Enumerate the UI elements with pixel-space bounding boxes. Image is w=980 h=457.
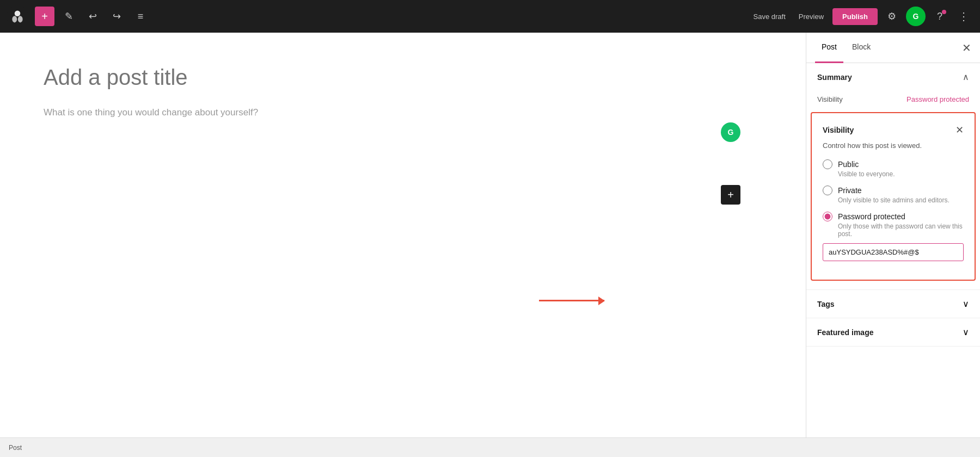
editor-area: What is one thing you would change about… [0,33,806,437]
topbar: + ✎ ↩ ↪ ≡ Save draft Preview Publish ⚙ G… [0,0,980,33]
more-options-button[interactable]: ⋮ [954,7,973,26]
popup-header: Visibility ✕ [823,124,964,136]
svg-point-1 [12,16,17,22]
sidebar-tabs: Post Block ✕ [806,33,980,63]
add-block-inline-button[interactable]: + [721,185,740,205]
topbar-right-actions: Save draft Preview Publish ⚙ G ? ⋮ [749,7,973,26]
undo-icon: ↩ [89,10,97,22]
public-label: Public [838,160,859,169]
public-desc: Visible to everyone. [838,170,964,178]
grammarly-icon[interactable]: G [721,122,740,142]
featured-image-section-header[interactable]: Featured image ∨ [806,318,980,346]
featured-image-section: Featured image ∨ [806,318,980,347]
performance-icon: G [913,12,919,21]
visibility-option-password: Password protected Only those with the p… [823,212,964,261]
public-radio[interactable] [823,159,832,169]
preview-button[interactable]: Preview [794,9,828,24]
visibility-option-public: Public Visible to everyone. [823,159,964,178]
visibility-value-button[interactable]: Password protected [906,95,969,103]
password-input[interactable] [823,243,964,261]
performance-button[interactable]: G [906,7,926,26]
tab-block[interactable]: Block [846,33,877,63]
popup-description: Control how this post is viewed. [823,141,964,150]
private-radio[interactable] [823,186,832,195]
sidebar-close-button[interactable]: ✕ [962,41,971,54]
password-label: Password protected [838,212,905,221]
tags-section: Tags ∨ [806,290,980,318]
save-draft-button[interactable]: Save draft [749,9,790,24]
post-content-text: What is one thing you would change about… [44,107,457,118]
status-bar: Post [0,437,980,457]
arrow-annotation [539,294,604,304]
settings-button[interactable]: ⚙ [882,7,902,26]
svg-point-2 [18,16,23,22]
arrow-line [539,300,604,301]
gear-icon: ⚙ [887,10,896,22]
post-title-input[interactable] [44,65,457,90]
add-block-button[interactable]: + [35,7,54,26]
private-label: Private [838,186,862,195]
status-text: Post [9,444,22,452]
publish-button[interactable]: Publish [832,8,878,25]
private-desc: Only visible to site admins and editors. [838,196,964,204]
tags-toggle-icon: ∨ [963,299,969,309]
right-sidebar: Post Block ✕ Summary ∧ Visibility Passwo… [806,33,980,437]
featured-image-toggle-icon: ∨ [963,327,969,337]
password-radio[interactable] [823,212,832,221]
list-view-button[interactable]: ≡ [131,7,150,26]
redo-button[interactable]: ↪ [107,7,126,26]
tags-section-header[interactable]: Tags ∨ [806,290,980,318]
edit-icon-button[interactable]: ✎ [59,7,78,26]
summary-section-header[interactable]: Summary ∧ [806,63,980,91]
summary-title: Summary [817,73,852,82]
undo-button[interactable]: ↩ [83,7,102,26]
summary-section: Summary ∧ Visibility Password protected … [806,63,980,290]
svg-point-0 [15,11,21,17]
featured-image-title: Featured image [817,328,873,337]
edit-icon: ✎ [65,10,73,22]
summary-toggle-icon: ∧ [963,72,969,82]
list-icon: ≡ [138,11,144,22]
app-logo [7,5,28,27]
visibility-label: Visibility [817,95,843,103]
password-desc: Only those with the password can view th… [838,223,964,238]
redo-icon: ↪ [113,10,121,22]
main-layout: What is one thing you would change about… [0,33,980,437]
visibility-popup: Visibility ✕ Control how this post is vi… [811,112,976,281]
more-icon: ⋮ [958,10,969,23]
popup-close-button[interactable]: ✕ [955,124,964,136]
popup-title: Visibility [823,126,854,134]
tab-post[interactable]: Post [815,33,843,63]
help-button[interactable]: ? [930,7,950,26]
visibility-option-private: Private Only visible to site admins and … [823,186,964,204]
tags-title: Tags [817,300,835,308]
visibility-row: Visibility Password protected [806,91,980,112]
help-icon: ? [937,11,942,22]
